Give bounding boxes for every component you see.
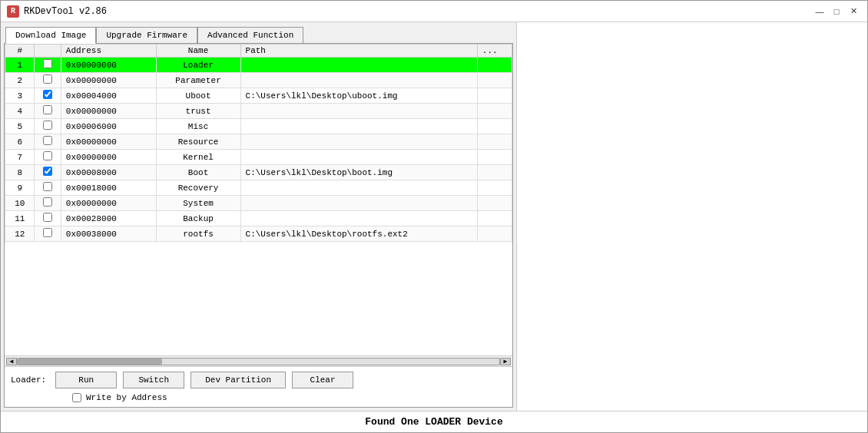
cell-name: Backup (156, 211, 240, 226)
cell-address: 0x00000000 (61, 150, 156, 165)
cell-checkbox[interactable] (35, 226, 61, 242)
cell-browse[interactable] (477, 119, 512, 134)
switch-button[interactable]: Switch (123, 372, 184, 388)
tab-download-image[interactable]: Download Image (5, 27, 96, 44)
cell-browse[interactable] (477, 180, 512, 196)
cell-path (240, 134, 477, 150)
panel-content: # Address Name Path ... 10x00000000Loade… (4, 43, 513, 408)
cell-path (240, 119, 477, 134)
cell-browse[interactable] (477, 226, 512, 242)
minimize-button[interactable]: — (812, 5, 827, 18)
cell-browse[interactable] (477, 104, 512, 119)
cell-num: 10 (5, 196, 35, 211)
cell-name: Loader (156, 58, 240, 73)
scroll-left-button[interactable]: ◀ (6, 358, 17, 365)
cell-browse[interactable] (477, 73, 512, 88)
table-row: 60x00000000Resource (5, 134, 512, 150)
cell-num: 12 (5, 226, 35, 242)
cell-checkbox[interactable] (35, 196, 61, 211)
row-checkbox[interactable] (43, 167, 52, 176)
cell-name: Recovery (156, 180, 240, 196)
cell-checkbox[interactable] (35, 211, 61, 226)
tab-advanced-function[interactable]: Advanced Function (197, 27, 303, 43)
cell-num: 7 (5, 150, 35, 165)
cell-path (240, 104, 477, 119)
cell-checkbox[interactable] (35, 180, 61, 196)
clear-button[interactable]: Clear (292, 372, 353, 388)
app-icon: R (7, 5, 19, 18)
table-row: 120x00038000rootfsC:\Users\lkl\Desktop\r… (5, 226, 512, 242)
window-title: RKDevTool v2.86 (24, 6, 107, 17)
cell-checkbox[interactable] (35, 119, 61, 134)
table-row: 50x00006000Misc (5, 119, 512, 134)
cell-checkbox[interactable] (35, 73, 61, 88)
cell-checkbox[interactable] (35, 58, 61, 73)
title-bar: R RKDevTool v2.86 — □ ✕ (1, 1, 867, 22)
cell-num: 2 (5, 73, 35, 88)
cell-checkbox[interactable] (35, 88, 61, 104)
cell-address: 0x00000000 (61, 196, 156, 211)
cell-browse[interactable] (477, 88, 512, 104)
cell-num: 4 (5, 104, 35, 119)
col-header-address: Address (61, 45, 156, 58)
scroll-right-button[interactable]: ▶ (500, 358, 511, 365)
cell-name: trust (156, 104, 240, 119)
cell-browse[interactable] (477, 150, 512, 165)
table-row: 110x00028000Backup (5, 211, 512, 226)
maximize-button[interactable]: □ (829, 5, 844, 18)
scrollbar-thumb[interactable] (18, 359, 162, 365)
cell-browse[interactable] (477, 134, 512, 150)
close-button[interactable]: ✕ (846, 5, 861, 18)
cell-name: Parameter (156, 73, 240, 88)
cell-browse[interactable] (477, 58, 512, 73)
row-checkbox[interactable] (43, 197, 52, 207)
cell-name: Boot (156, 165, 240, 180)
table-row: 30x00004000UbootC:\Users\lkl\Desktop\ubo… (5, 88, 512, 104)
dev-partition-button[interactable]: Dev Partition (190, 372, 286, 388)
loader-label: Loader: (11, 375, 46, 385)
bottom-bar: Loader: Run Switch Dev Partition Clear W… (5, 366, 512, 407)
cell-name: rootfs (156, 226, 240, 242)
cell-checkbox[interactable] (35, 165, 61, 180)
cell-address: 0x00000000 (61, 104, 156, 119)
cell-browse[interactable] (477, 211, 512, 226)
row-checkbox[interactable] (43, 136, 52, 145)
row-checkbox[interactable] (43, 213, 52, 222)
cell-num: 3 (5, 88, 35, 104)
cell-name: System (156, 196, 240, 211)
col-header-check (35, 45, 61, 58)
cell-path: C:\Users\lkl\Desktop\boot.img (240, 165, 477, 180)
row-checkbox[interactable] (43, 182, 52, 191)
left-panel: Download Image Upgrade Firmware Advanced… (1, 22, 517, 411)
run-button[interactable]: Run (55, 372, 117, 388)
cell-num: 1 (5, 58, 35, 73)
cell-checkbox[interactable] (35, 104, 61, 119)
cell-path (240, 150, 477, 165)
row-checkbox[interactable] (43, 228, 52, 237)
cell-num: 5 (5, 119, 35, 134)
cell-checkbox[interactable] (35, 134, 61, 150)
row-checkbox[interactable] (43, 105, 52, 114)
status-bar: Found One LOADER Device (1, 411, 867, 432)
cell-address: 0x00028000 (61, 211, 156, 226)
cell-browse[interactable] (477, 165, 512, 180)
horizontal-scrollbar[interactable]: ◀ ▶ (5, 355, 512, 366)
row-checkbox[interactable] (43, 121, 52, 130)
row-checkbox[interactable] (43, 151, 52, 160)
tab-upgrade-firmware[interactable]: Upgrade Firmware (96, 27, 197, 43)
cell-checkbox[interactable] (35, 150, 61, 165)
cell-name: Kernel (156, 150, 240, 165)
write-by-address-checkbox[interactable] (72, 393, 81, 402)
action-row: Loader: Run Switch Dev Partition Clear (11, 372, 506, 388)
cell-num: 9 (5, 180, 35, 196)
row-checkbox[interactable] (43, 74, 52, 84)
cell-address: 0x00004000 (61, 88, 156, 104)
write-by-address-label[interactable]: Write by Address (86, 393, 167, 402)
col-header-dots: ... (477, 45, 512, 58)
cell-path (240, 196, 477, 211)
row-checkbox[interactable] (43, 59, 52, 68)
row-checkbox[interactable] (43, 90, 52, 99)
cell-browse[interactable] (477, 196, 512, 211)
cell-path: C:\Users\lkl\Desktop\uboot.img (240, 88, 477, 104)
cell-address: 0x00038000 (61, 226, 156, 242)
